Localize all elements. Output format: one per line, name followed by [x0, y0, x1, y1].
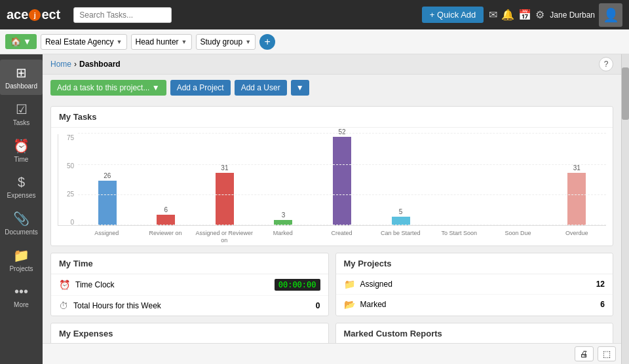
workspace-head-hunter[interactable]: Head hunter ▼ — [131, 34, 192, 50]
gear-icon[interactable]: ⚙ — [535, 9, 544, 21]
nav-bar: 🏠 ▼ Real Estate Agency ▼ Head hunter ▼ S… — [0, 29, 629, 54]
two-col-expenses-reports: My Expenses 🔧 In Progress 2 ☁ Submitted … — [50, 323, 613, 343]
projects-marked-value: 6 — [600, 300, 605, 309]
scrollbar[interactable] — [621, 54, 629, 364]
header-icons: ✉ 🔔 📅 ⚙ — [489, 9, 544, 21]
time-clock-label: Time Clock — [75, 280, 115, 289]
projects-assigned-label: Assigned — [360, 280, 392, 289]
bar-label: Created — [313, 228, 372, 244]
bar-label: Assigned or Reviewer on — [195, 228, 254, 244]
chart-bar — [98, 181, 117, 225]
content-area: Home › Dashboard ? Add a task to this pr… — [43, 54, 621, 364]
home-icon: 🏠 — [10, 37, 21, 46]
total-hours-icon: ⏱ — [59, 300, 68, 311]
chevron-down-icon: ▼ — [245, 39, 251, 45]
my-time-section: My Time ⏰ Time Clock 00:00:00 ⏱ Total Ho… — [50, 253, 329, 316]
add-workspace-button[interactable]: + — [259, 34, 275, 50]
expenses-icon: $ — [18, 175, 25, 190]
help-button[interactable]: ? — [599, 57, 613, 71]
sidebar-item-label: More — [14, 301, 29, 308]
sidebar-item-time[interactable]: ⏰ Time — [0, 133, 43, 168]
projects-assigned-value: 12 — [596, 280, 605, 289]
more-icon: ••• — [14, 284, 28, 299]
quick-add-button[interactable]: + Quick Add — [422, 7, 484, 23]
chart-bar — [157, 215, 175, 225]
sidebar-item-label: Time — [14, 156, 29, 163]
sidebar-item-label: Documents — [5, 228, 38, 236]
sidebar-item-label: Projects — [9, 265, 33, 272]
action-bar: Add a task to this project... ▼ Add a Pr… — [43, 75, 621, 101]
chart-bar — [333, 137, 351, 225]
bell-icon[interactable]: 🔔 — [501, 9, 514, 21]
bar-group: 6 — [137, 206, 196, 225]
my-tasks-section: My Tasks 755025026631352531 AssignedRevi… — [50, 106, 613, 246]
workspace-real-estate[interactable]: Real Estate Agency ▼ — [41, 34, 127, 50]
chart-area: 755025026631352531 — [58, 134, 606, 226]
time-icon: ⏰ — [13, 138, 29, 154]
my-expenses-title: My Expenses — [51, 323, 328, 343]
workspace-label: Real Estate Agency — [45, 37, 114, 46]
tasks-icon: ☑ — [16, 101, 28, 117]
bar-group: 52 — [313, 128, 372, 225]
add-project-button[interactable]: Add a Project — [170, 80, 231, 96]
main-layout: ⊞ Dashboard ☑ Tasks ⏰ Time $ Expenses 📎 … — [0, 54, 629, 364]
bottom-bar: 🖨 ⬚ — [43, 343, 621, 364]
sidebar-item-label: Expenses — [7, 192, 36, 199]
scroll-thumb[interactable] — [622, 67, 629, 120]
sidebar-item-projects[interactable]: 📁 Projects — [0, 242, 43, 278]
projects-marked-row: 📂 Marked 6 — [336, 295, 613, 314]
dashboard-body: My Tasks 755025026631352531 AssignedRevi… — [43, 101, 621, 343]
export-button[interactable]: ⬚ — [598, 346, 616, 361]
workspace-label: Head hunter — [136, 37, 179, 46]
sidebar-item-expenses[interactable]: $ Expenses — [0, 170, 43, 204]
breadcrumb: Home › Dashboard ? — [43, 54, 621, 75]
bar-group: 3 — [254, 211, 313, 225]
search-input[interactable] — [73, 7, 172, 23]
chart-bar — [216, 173, 234, 225]
add-task-button[interactable]: Add a task to this project... ▼ — [50, 80, 166, 96]
logo-circle: j — [29, 9, 41, 21]
total-hours-label: Total Hours for this Week — [73, 301, 161, 310]
logo-ject: ect — [41, 7, 60, 22]
bar-label: Marked — [254, 228, 313, 244]
mail-icon[interactable]: ✉ — [489, 9, 497, 21]
marked-reports-section: Marked Custom Reports ★ ⏰ Q1 Time Report… — [335, 323, 614, 343]
sidebar-item-label: Dashboard — [5, 82, 37, 90]
sidebar-item-label: Tasks — [13, 119, 30, 126]
clock-icon: ⏰ — [59, 280, 70, 290]
sidebar-item-documents[interactable]: 📎 Documents — [0, 206, 43, 241]
sidebar-item-dashboard[interactable]: ⊞ Dashboard — [0, 60, 43, 95]
bar-label: Soon Due — [489, 228, 548, 244]
chart-container: 755025026631352531 AssignedReviewer onAs… — [51, 128, 613, 246]
breadcrumb-current: Dashboard — [79, 60, 121, 69]
top-header: aceject + Quick Add ✉ 🔔 📅 ⚙ Jane Durban … — [0, 0, 629, 29]
documents-icon: 📎 — [13, 211, 29, 227]
breadcrumb-home[interactable]: Home — [50, 60, 71, 69]
total-hours-value: 0 — [316, 301, 320, 310]
my-projects-title: My Projects — [336, 253, 613, 274]
bar-label: Reviewer on — [136, 228, 195, 244]
calendar-icon[interactable]: 📅 — [518, 9, 531, 21]
sidebar-item-tasks[interactable]: ☑ Tasks — [0, 96, 43, 132]
more-actions-button[interactable]: ▼ — [291, 80, 309, 96]
time-clock-row: ⏰ Time Clock 00:00:00 — [51, 274, 328, 296]
print-button[interactable]: 🖨 — [575, 346, 594, 361]
sidebar-item-more[interactable]: ••• More — [0, 279, 43, 314]
home-button[interactable]: 🏠 ▼ — [5, 34, 37, 49]
user-name: Jane Durban — [550, 10, 595, 20]
my-tasks-title: My Tasks — [51, 107, 613, 128]
home-caret: ▼ — [23, 37, 31, 46]
bar-group: 5 — [372, 208, 430, 225]
workspace-study-group[interactable]: Study group ▼ — [196, 34, 256, 50]
folder-marked-icon: 📂 — [344, 299, 355, 310]
logo: aceject — [7, 7, 60, 22]
breadcrumb-separator: › — [74, 60, 77, 69]
folder-icon: 📁 — [344, 279, 355, 289]
bar-label: To Start Soon — [430, 228, 489, 244]
bar-label: Overdue — [547, 228, 606, 244]
logo-ace: ace — [7, 7, 28, 22]
add-user-button[interactable]: Add a User — [235, 80, 287, 96]
dashboard-icon: ⊞ — [16, 65, 27, 81]
bar-label: Can be Started — [371, 228, 430, 244]
bar-label: Assigned — [77, 228, 136, 244]
